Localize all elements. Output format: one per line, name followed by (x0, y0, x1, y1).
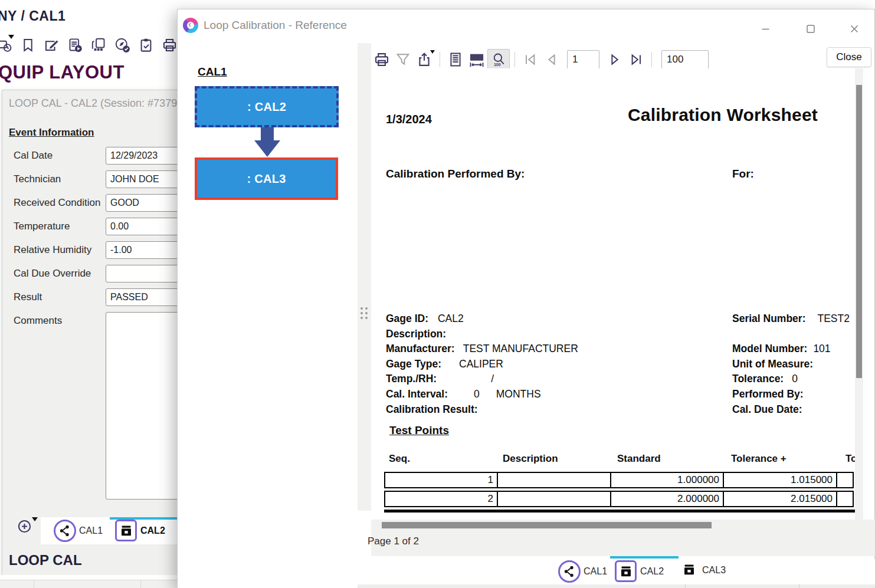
for-label: For: (732, 167, 754, 180)
svg-text:100: 100 (494, 63, 501, 67)
zoom-100-button[interactable]: 100 (487, 49, 510, 70)
print-icon[interactable] (162, 37, 178, 53)
zoom-level-input[interactable] (661, 50, 709, 70)
temperature-field[interactable] (106, 218, 179, 235)
loop-cal-heading: LOOP CAL (9, 552, 82, 569)
close-button[interactable]: Close (827, 47, 871, 67)
report-run-icon[interactable] (67, 37, 83, 53)
share-icon (558, 560, 581, 583)
page-status: Page 1 of 2 (368, 536, 419, 547)
tab-cal1[interactable]: CAL1 (54, 520, 103, 542)
form-row: Technician (2, 170, 178, 189)
export-icon[interactable] (416, 51, 432, 68)
relative-humidity-field[interactable] (106, 241, 179, 259)
first-page-icon[interactable] (522, 51, 539, 68)
result-label: Result (14, 291, 42, 303)
tab-cal3-label: CAL3 (702, 565, 726, 576)
node-cal2-label: : CAL2 (247, 100, 286, 114)
active-tab-indicator (610, 556, 679, 559)
edit-icon[interactable] (44, 37, 60, 53)
tab-cal2[interactable]: CAL2 (615, 560, 664, 582)
horizontal-scrollbar-thumb[interactable] (382, 522, 712, 528)
form-row: Result (2, 288, 178, 307)
splitter-grip-icon (361, 307, 368, 319)
node-cal2-selected[interactable]: : CAL2 (195, 86, 339, 127)
toolbox-icon (615, 560, 637, 582)
page-view-icon[interactable] (447, 51, 464, 68)
toolbox-icon (682, 563, 697, 578)
vertical-scrollbar[interactable] (855, 68, 863, 520)
form-row: Comments (2, 312, 178, 501)
tab-cal2[interactable]: CAL2 (115, 520, 165, 541)
comments-label: Comments (14, 315, 62, 327)
received-condition-label: Received Condition (14, 197, 100, 209)
vertical-scrollbar-thumb[interactable] (856, 85, 862, 378)
checklist-icon[interactable] (138, 37, 154, 53)
next-page-icon[interactable] (607, 51, 623, 68)
dropdown-caret-icon (430, 50, 435, 54)
print-icon[interactable] (373, 51, 390, 68)
cal-date-field[interactable] (106, 147, 179, 165)
technician-field[interactable] (106, 170, 179, 188)
report-toolbar: 100 (371, 48, 709, 71)
fit-width-icon[interactable] (468, 51, 485, 68)
panel-title: LOOP CAL - CAL2 (Session: #737989 (9, 97, 179, 110)
result-field[interactable] (106, 288, 179, 306)
node-cal3[interactable]: : CAL3 (195, 157, 338, 200)
report-title: Calibration Worksheet (628, 105, 818, 125)
event-information-heading: Event Information (9, 127, 94, 139)
dropdown-caret-icon (8, 35, 14, 39)
tab-cal2-label: CAL2 (640, 566, 664, 577)
maximize-icon[interactable] (804, 22, 817, 38)
tree-root-cal1[interactable]: CAL1 (198, 65, 227, 78)
loop-diagram-pane: CAL1 : CAL2 : CAL3 (178, 43, 358, 588)
table-row: 2 2.000000 2.015000 (384, 491, 855, 507)
minimize-icon[interactable] (759, 22, 772, 38)
bookmark-icon[interactable] (20, 37, 36, 53)
received-condition-field[interactable] (106, 194, 179, 212)
comments-field[interactable] (106, 312, 179, 500)
form-row: Temperature (2, 218, 178, 236)
add-event-button[interactable] (17, 518, 37, 536)
loop-calibration-dialog: Loop Calibration - Reference Close CAL1 … (177, 9, 875, 588)
form-row: Received Condition (2, 194, 178, 213)
node-cal3-label: : CAL3 (247, 172, 286, 186)
close-window-icon[interactable] (848, 22, 861, 38)
cal-date-label: Cal Date (14, 150, 53, 162)
test-points-heading: Test Points (389, 424, 449, 437)
schedule-icon[interactable] (0, 37, 12, 53)
page-number-input[interactable] (567, 50, 599, 70)
filter-icon[interactable] (395, 51, 411, 68)
screen: NY / CAL1 QUIP LAYOUT LOOP CAL - CAL (0, 0, 875, 588)
app-logo-icon (183, 18, 198, 33)
performed-by-label: Calibration Performed By: (386, 167, 525, 180)
loop-cal-panel: LOOP CAL - CAL2 (Session: #737989 Event … (2, 90, 179, 576)
flow-arrow-icon (251, 127, 284, 157)
background-grid (0, 575, 177, 588)
toolbox-icon (115, 520, 137, 541)
tab-cal1-label: CAL1 (584, 566, 607, 577)
compass-verified-icon[interactable] (114, 37, 130, 53)
table-header-row: Seq. Description Standard Tolerance + To (384, 453, 855, 469)
dropdown-caret-icon (32, 517, 38, 521)
form-row: Relative Humidity (2, 241, 178, 260)
previous-page-icon[interactable] (543, 51, 560, 68)
page-title: QUIP LAYOUT (0, 62, 124, 83)
panel-tab-strip: CAL1 CAL2 (41, 517, 178, 544)
form-row: Cal Date (2, 147, 178, 166)
cal-due-override-field[interactable] (106, 265, 179, 282)
share-icon (54, 520, 76, 542)
dialog-title: Loop Calibration - Reference (204, 19, 347, 32)
breadcrumb[interactable]: NY / CAL1 (0, 8, 65, 24)
cal-due-override-label: Cal Due Override (14, 268, 91, 280)
last-page-icon[interactable] (628, 51, 644, 68)
form-row: Cal Due Override (2, 265, 178, 284)
copy-layout-icon[interactable] (91, 37, 107, 53)
tab-cal1[interactable]: CAL1 (558, 560, 607, 583)
tab-cal3[interactable]: CAL3 (682, 563, 726, 578)
tab-cal2-label: CAL2 (140, 525, 165, 536)
dialog-bottom-strip (358, 584, 875, 588)
report-page: 1/3/2024 Calibration Worksheet Calibrati… (371, 68, 855, 520)
tab-cal1-label: CAL1 (79, 525, 103, 536)
pane-splitter[interactable] (358, 43, 371, 511)
